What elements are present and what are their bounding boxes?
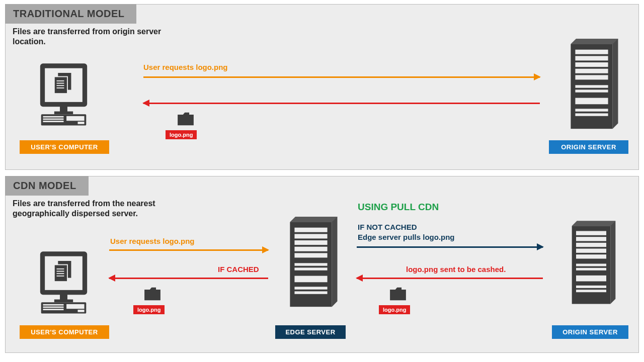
origin-server-badge: ORIGIN SERVER xyxy=(552,325,628,339)
computer-icon xyxy=(35,59,93,129)
edge-server-badge: EDGE SERVER xyxy=(275,325,346,339)
folder-icon xyxy=(389,286,407,301)
cdn-request-label: User requests logo.png xyxy=(110,237,195,245)
user-computer-badge: USER'S COMPUTER xyxy=(20,325,109,339)
folder-icon xyxy=(143,286,162,301)
traditional-subtitle: Files are transferred from origin server… xyxy=(13,27,174,47)
user-computer-badge: USER'S COMPUTER xyxy=(20,140,109,154)
request-label: User requests logo.png xyxy=(143,63,228,71)
origin-response-label: logo.png sent to be cashed. xyxy=(406,265,506,274)
server-icon xyxy=(564,39,619,134)
edge-pull-label: Edge server pulls logo.png xyxy=(358,233,455,241)
file-tag-right: logo.png xyxy=(379,305,410,314)
origin-server-badge: ORIGIN SERVER xyxy=(549,140,628,154)
cdn-panel: CDN MODEL Files are transferred from the… xyxy=(5,176,639,353)
file-tag: logo.png xyxy=(166,130,197,139)
file-tag-left: logo.png xyxy=(133,305,165,314)
pull-cdn-title: USING PULL CDN xyxy=(358,202,439,213)
traditional-title: TRADITIONAL MODEL xyxy=(5,4,136,24)
cdn-subtitle: Files are transferred from the nearest g… xyxy=(13,199,174,219)
traditional-panel: TRADITIONAL MODEL Files are transferred … xyxy=(5,4,639,170)
if-cached-label: IF CACHED xyxy=(218,265,259,274)
cdn-title: CDN MODEL xyxy=(5,176,89,196)
server-icon xyxy=(283,217,339,312)
folder-icon xyxy=(177,111,195,126)
if-not-cached-label: IF NOT CACHED xyxy=(358,223,417,231)
computer-icon xyxy=(35,247,93,317)
server-icon xyxy=(566,220,616,310)
